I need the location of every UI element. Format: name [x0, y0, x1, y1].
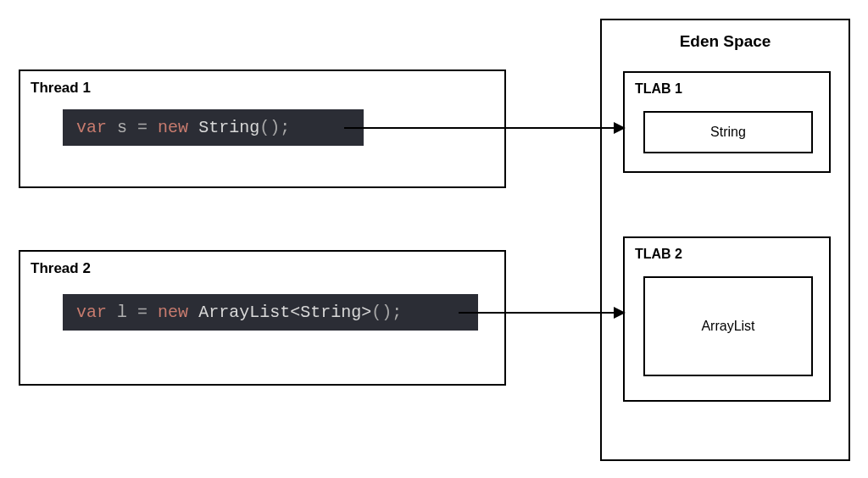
- object-string: String: [643, 111, 813, 153]
- object-label: ArrayList: [701, 319, 754, 334]
- eden-space-container: Eden Space TLAB 1 String TLAB 2 ArrayLis…: [600, 19, 850, 461]
- equals-op: =: [137, 118, 147, 137]
- object-arraylist: ArrayList: [643, 276, 813, 376]
- parens-semi: ();: [259, 118, 290, 137]
- arrow-thread1-to-tlab1: [344, 127, 624, 129]
- var-keyword: var: [76, 118, 107, 137]
- equals-op: =: [137, 303, 147, 322]
- parens-semi: ();: [371, 303, 402, 322]
- new-keyword: new: [158, 118, 188, 137]
- new-keyword: new: [158, 303, 188, 322]
- thread-1-container: Thread 1 var s = new String();: [19, 69, 506, 188]
- tlab-1-container: TLAB 1 String: [623, 71, 831, 173]
- thread-2-label: Thread 2: [31, 260, 91, 277]
- thread-1-code: var s = new String();: [63, 109, 364, 146]
- tlab-1-label: TLAB 1: [635, 81, 682, 97]
- var-keyword: var: [76, 303, 107, 322]
- thread-2-container: Thread 2 var l = new ArrayList<String>()…: [19, 250, 506, 386]
- type-name: ArrayList<String>: [198, 303, 371, 322]
- eden-space-label: Eden Space: [680, 32, 771, 51]
- tlab-2-container: TLAB 2 ArrayList: [623, 236, 831, 402]
- type-name: String: [198, 118, 259, 137]
- variable-name: s: [117, 118, 127, 137]
- tlab-2-label: TLAB 2: [635, 247, 682, 262]
- arrow-thread2-to-tlab2: [459, 312, 624, 314]
- thread-2-code: var l = new ArrayList<String>();: [63, 294, 478, 331]
- variable-name: l: [117, 303, 127, 322]
- thread-1-label: Thread 1: [31, 80, 91, 97]
- object-label: String: [710, 125, 746, 140]
